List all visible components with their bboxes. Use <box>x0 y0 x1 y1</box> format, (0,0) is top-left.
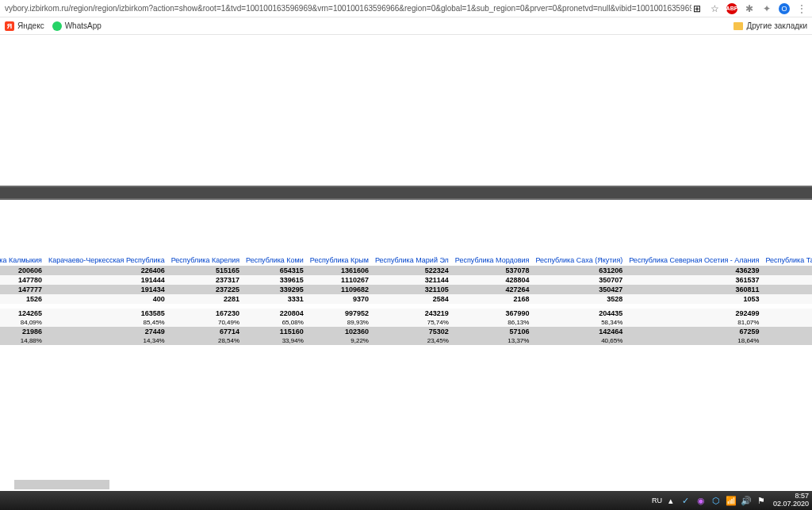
table-cell <box>762 309 812 318</box>
table-cell: 350427 <box>532 285 626 294</box>
table-cell: 23,45% <box>372 336 452 345</box>
region-header[interactable]: Республика Северная Осетия - Алания <box>626 255 762 266</box>
table-cell: 27449 <box>45 327 168 336</box>
adblock-icon[interactable]: ABP <box>726 3 737 14</box>
tray-network-icon[interactable]: 📶 <box>726 495 737 506</box>
table-cell: 631206 <box>532 266 626 275</box>
tray-app-icon[interactable]: ✓ <box>680 495 691 506</box>
table-cell: 339615 <box>243 275 307 285</box>
table-cell: 14,34% <box>45 336 168 345</box>
bookmark-yandex[interactable]: Я Яндекс <box>5 21 44 31</box>
table-cell: 1110267 <box>307 275 372 285</box>
table-row: 1242651635851672302208049979522432193679… <box>0 309 812 318</box>
region-header[interactable]: Республика Крым <box>307 255 372 266</box>
table-cell: 81,07% <box>626 318 762 327</box>
language-indicator[interactable]: RU <box>652 497 662 504</box>
system-tray: ▴ ✓ ◉ ⬡ 📶 🔊 ⚑ <box>665 495 767 506</box>
table-cell: 436239 <box>626 266 762 275</box>
table-cell: 654315 <box>243 266 307 275</box>
table-cell: 191444 <box>45 275 168 285</box>
table-cell: 40,65% <box>532 336 626 345</box>
table-cell: 67259 <box>626 327 762 336</box>
table-cell <box>762 285 812 294</box>
table-cell: 124265 <box>0 309 45 318</box>
region-header[interactable]: Республика Коми <box>243 255 307 266</box>
table-cell <box>762 275 812 285</box>
region-header[interactable]: Республика Саха (Якутия) <box>532 255 626 266</box>
horizontal-scroll-thumb[interactable] <box>14 480 109 489</box>
table-cell: 167230 <box>168 309 243 318</box>
region-header[interactable]: Республика Мордовия <box>452 255 533 266</box>
table-row: 1477801914442373173396151110267321144428… <box>0 275 812 285</box>
table-cell: 86,13% <box>452 318 533 327</box>
browser-address-bar: vybory.izbirkom.ru/region/region/izbirko… <box>0 0 812 17</box>
table-cell: 237317 <box>168 275 243 285</box>
table-cell: 142464 <box>532 327 626 336</box>
bookmark-star-icon[interactable]: ☆ <box>709 3 720 14</box>
table-cell: 292499 <box>626 309 762 318</box>
table-cell: 367990 <box>452 309 533 318</box>
tray-flag-icon[interactable]: ⚑ <box>756 495 767 506</box>
taskbar-clock[interactable]: 8:57 02.07.2020 <box>770 493 809 508</box>
table-cell: 9370 <box>307 294 372 304</box>
table-cell: 200606 <box>0 266 45 275</box>
table-cell: 58,34% <box>532 318 626 327</box>
bookmark-label: Яндекс <box>17 21 44 30</box>
clock-date: 02.07.2020 <box>773 500 809 508</box>
table-cell: 163585 <box>45 309 168 318</box>
bookmark-whatsapp[interactable]: WhatsApp <box>52 21 102 31</box>
region-header[interactable]: Карачаево-Черкесская Республика <box>45 255 168 266</box>
table-row: 2198627449677141151601023607530257106142… <box>0 327 812 336</box>
table-cell: 75,74% <box>372 318 452 327</box>
region-header[interactable]: Республика Тата <box>762 255 812 266</box>
table-cell <box>762 266 812 275</box>
table-cell: 57106 <box>452 327 533 336</box>
tray-volume-icon[interactable]: 🔊 <box>741 495 752 506</box>
table-cell: 1053 <box>626 294 762 304</box>
table-cell: 1361606 <box>307 266 372 275</box>
table-cell: 237225 <box>168 285 243 294</box>
table-cell: 360811 <box>626 285 762 294</box>
table-cell <box>762 336 812 345</box>
menu-icon[interactable]: ⋮ <box>796 3 807 14</box>
table-cell: 2281 <box>168 294 243 304</box>
region-header[interactable]: Республика Карелия <box>168 255 243 266</box>
table-cell: 85,45% <box>45 318 168 327</box>
table-cell: 997952 <box>307 309 372 318</box>
other-bookmarks[interactable]: Другие закладки <box>733 21 807 30</box>
table-cell: 75302 <box>372 327 452 336</box>
table-row: 2006062264065151656543151361606522324537… <box>0 266 812 275</box>
table-cell: 18,64% <box>626 336 762 345</box>
folder-icon <box>733 22 743 30</box>
table-cell: 21986 <box>0 327 45 336</box>
bookmarks-bar: Я Яндекс WhatsApp Другие закладки <box>0 17 812 35</box>
profile-avatar[interactable]: O <box>779 3 790 14</box>
results-table: лика КалмыкияКарачаево-Черкесская Респуб… <box>0 255 812 345</box>
table-cell <box>762 294 812 304</box>
table-cell: 1109682 <box>307 285 372 294</box>
table-row: 84,09%85,45%70,49%65,08%89,93%75,74%86,1… <box>0 318 812 327</box>
url-text[interactable]: vybory.izbirkom.ru/region/region/izbirko… <box>5 4 691 13</box>
region-header[interactable]: лика Калмыкия <box>0 255 45 266</box>
windows-taskbar: RU ▴ ✓ ◉ ⬡ 📶 🔊 ⚑ 8:57 02.07.2020 <box>0 491 812 510</box>
tray-app-icon[interactable]: ◉ <box>695 495 707 506</box>
region-header[interactable]: Республика Марий Эл <box>372 255 452 266</box>
table-cell: 220804 <box>243 309 307 318</box>
table-cell: 427264 <box>452 285 533 294</box>
table-cell: 102360 <box>307 327 372 336</box>
table-cell: 2168 <box>452 294 533 304</box>
table-cell: 33,94% <box>243 336 307 345</box>
table-cell: 339295 <box>243 285 307 294</box>
table-cell <box>762 318 812 327</box>
table-cell: 3528 <box>532 294 626 304</box>
table-cell <box>762 327 812 336</box>
table-cell: 522324 <box>372 266 452 275</box>
puzzle-icon[interactable]: ✦ <box>761 3 772 14</box>
qr-icon[interactable]: ⊞ <box>691 3 703 14</box>
table-cell: 28,54% <box>168 336 243 345</box>
extension-icon[interactable]: ✱ <box>744 3 755 14</box>
whatsapp-icon <box>52 21 62 31</box>
tray-chevron-icon[interactable]: ▴ <box>665 495 676 506</box>
tray-bluetooth-icon[interactable]: ⬡ <box>710 495 722 506</box>
table-cell: 9,22% <box>307 336 372 345</box>
